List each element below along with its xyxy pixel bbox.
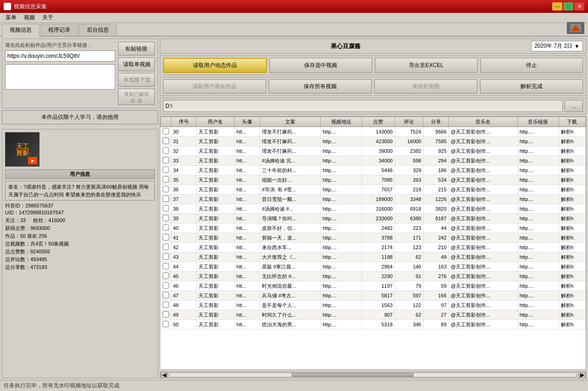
row-checkbox-cell[interactable] [161, 281, 171, 291]
scroll-thumb[interactable] [292, 373, 413, 377]
save-all-button[interactable]: 保存所有视频 [269, 79, 372, 94]
horizontal-scrollbar[interactable]: ◀ ▶ [160, 372, 586, 378]
path-input[interactable] [163, 100, 563, 112]
menu-bar: 菜单 视频 关于 [0, 13, 588, 23]
row-download: 解析h [559, 156, 585, 166]
row-checkbox-cell[interactable] [161, 223, 171, 233]
table-container[interactable]: 序号 用户名 头像 文案 视频地址 点赞 评论 分享 音乐名 音乐链接 下载 [160, 116, 586, 370]
url-input[interactable] [5, 50, 115, 61]
download-single-button[interactable]: 单视频下载 [118, 73, 155, 87]
row-no: 46 [171, 281, 196, 291]
row-username: 天工剪影 [196, 243, 234, 252]
read-dynamic-button[interactable]: 读取用户动态作品 [163, 58, 267, 73]
row-checkbox-cell[interactable] [161, 262, 171, 272]
row-checkbox-cell[interactable] [161, 291, 171, 301]
row-checkbox-cell[interactable] [161, 156, 171, 166]
row-checkbox-cell[interactable] [161, 166, 171, 175]
row-checkbox-cell[interactable] [161, 301, 171, 310]
row-checkbox-cell[interactable] [161, 146, 171, 156]
row-checkbox-cell[interactable] [161, 310, 171, 320]
row-avatar: htt... [234, 137, 260, 146]
row-download: 解析h [559, 127, 585, 137]
copy-parsed-button[interactable]: 复制已解析链 接 [118, 89, 155, 105]
row-comments: 91 [395, 272, 423, 281]
action-row-1: 读取用户动态作品 保存选中视频 导出至EXCEL 停止 [160, 56, 586, 75]
row-checkbox-cell[interactable] [161, 137, 171, 146]
save-selected-button[interactable]: 保存选中视频 [270, 58, 373, 73]
row-music: @天工剪影创作... [449, 223, 518, 233]
row-avatar: htt... [234, 223, 260, 233]
row-checkbox-cell[interactable] [161, 252, 171, 262]
row-checkbox-cell[interactable] [161, 175, 171, 185]
row-download: 解析h [559, 137, 585, 146]
scroll-left-btn[interactable]: ◀ [160, 372, 168, 378]
menu-item-main[interactable]: 菜单 [2, 13, 20, 22]
row-text: 原版 #寒江孤... [260, 262, 320, 272]
row-checkbox-cell[interactable] [161, 272, 171, 281]
row-checkbox-cell[interactable] [161, 214, 171, 223]
row-username: 天工剪影 [196, 195, 234, 204]
row-avatar: htt... [234, 310, 260, 320]
row-checkbox-cell[interactable] [161, 127, 171, 137]
row-likes: 7085 [362, 175, 395, 185]
table-row: 50 天工剪影 htt... 统治大海的男... http.... 5318 3… [161, 320, 586, 330]
date-dropdown-icon[interactable]: ▼ [574, 43, 580, 50]
browse-button[interactable]: ... [565, 100, 583, 112]
table-row: 45 天工剪影 htt... 无比怀念的 #... http.... 2290 … [161, 272, 586, 281]
read-single-button[interactable]: 读取单视频 [118, 57, 155, 71]
stop-button[interactable]: 停止 [481, 58, 583, 73]
maximize-button[interactable]: □ [563, 2, 573, 11]
row-likes: 143000 [362, 127, 395, 137]
row-username: 天工剪影 [196, 127, 234, 137]
row-avatar: htt... [234, 252, 260, 262]
scroll-track[interactable] [170, 373, 577, 377]
paste-link-button[interactable]: 粘贴链接 [118, 42, 155, 56]
row-no: 43 [171, 252, 196, 262]
close-button[interactable]: ✕ [574, 2, 584, 11]
table-row: 40 天工剪影 htt... 皮肤不好，但... http.... 2482 2… [161, 223, 586, 233]
row-video: http.... [321, 252, 362, 262]
row-avatar: htt... [234, 166, 260, 175]
uid: UID：1472996810167547 [5, 209, 155, 216]
url-textarea[interactable] [5, 64, 115, 89]
col-text: 文案 [260, 117, 320, 127]
row-text: 三十年前的科... [260, 166, 320, 175]
table-row: 36 天工剪影 htt... #导演: 有 #雪... http.... 765… [161, 185, 586, 195]
row-music-link: http.... [517, 185, 559, 195]
table-row: 41 天工剪影 htt... 剪辑一天，道... http.... 3788 1… [161, 233, 586, 243]
export-excel-button[interactable]: 导出至EXCEL [375, 58, 478, 73]
read-liked-button[interactable]: 读取用户喜欢作品 [163, 79, 266, 94]
table-row: 34 天工剪影 htt... 三十年前的科... http.... 5446 3… [161, 166, 586, 175]
row-no: 33 [171, 156, 196, 166]
date-value: 2020年 7月 2日 [534, 42, 572, 50]
row-music: @天工剪影创作... [449, 204, 518, 214]
row-video: http.... [321, 320, 362, 330]
parse-done-button[interactable]: 解析完成 [480, 79, 583, 94]
menu-item-video[interactable]: 视频 [20, 13, 39, 22]
row-no: 37 [171, 195, 196, 204]
tab-video-info[interactable]: 视频信息 [2, 24, 40, 37]
row-shares: 210 [423, 243, 448, 252]
row-avatar: htt... [234, 233, 260, 243]
user-ids: 抖音ID：2986575637 UID：1472996810167547 [5, 202, 155, 216]
tab-backend-info[interactable]: 后台信息 [79, 24, 117, 36]
row-video: http.... [321, 185, 362, 195]
right-panel: 果心豆腐酱 2020年 7月 2日 ▼ 读取用户动态作品 保存选中视频 导出至E… [160, 39, 586, 378]
col-no: 序号 [171, 117, 196, 127]
row-checkbox-cell[interactable] [161, 195, 171, 204]
scroll-right-btn[interactable]: ▶ [578, 372, 586, 378]
row-likes: 1563 [362, 301, 395, 310]
row-music: @天工剪影创作... [449, 310, 518, 320]
row-checkbox-cell[interactable] [161, 204, 171, 214]
row-checkbox-cell[interactable] [161, 233, 171, 243]
row-checkbox-cell[interactable] [161, 243, 171, 252]
table-row: 44 天工剪影 htt... 原版 #寒江孤... http.... 2964 … [161, 262, 586, 272]
col-video: 视频地址 [321, 117, 362, 127]
row-checkbox-cell[interactable] [161, 185, 171, 195]
bio-text: 签名：?感谢抖音，感谢关注? 努力更新高清60帧原创视频 用每天属于自己的一点点… [8, 183, 152, 198]
save-cover-button[interactable]: 保存封面图 [374, 79, 477, 94]
row-checkbox-cell[interactable] [161, 320, 171, 330]
minimize-button[interactable]: — [552, 2, 562, 11]
menu-item-about[interactable]: 关于 [39, 13, 57, 22]
tab-program-log[interactable]: 程序记录 [40, 24, 78, 36]
